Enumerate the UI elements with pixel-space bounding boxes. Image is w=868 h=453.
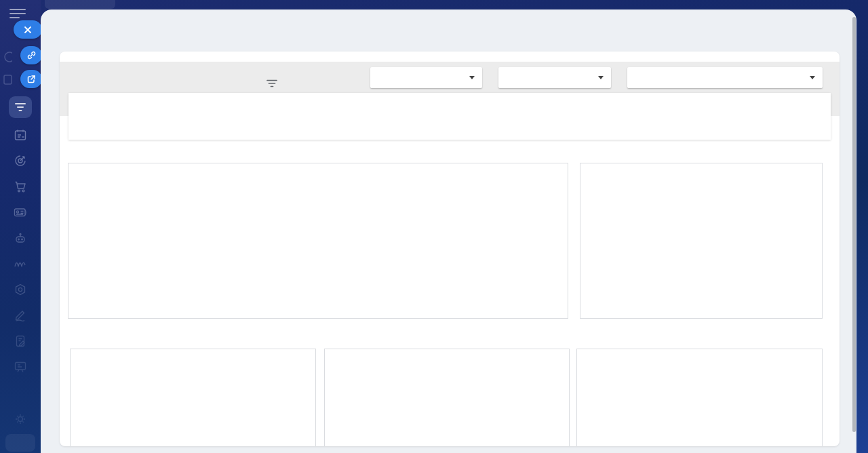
kpi-revenue xyxy=(704,93,831,140)
kpi-conversion-rate xyxy=(576,93,703,140)
kpi-in-progress xyxy=(195,93,322,140)
deal-report-card xyxy=(60,52,840,446)
kpi-scorecard-strip xyxy=(68,93,831,140)
kpi-deals xyxy=(68,93,195,140)
chevron-down-icon xyxy=(810,76,815,79)
close-icon[interactable] xyxy=(14,20,42,39)
sidebar xyxy=(0,0,41,453)
pipeline-filter-dropdown[interactable] xyxy=(498,67,611,88)
hidden-copy-icon xyxy=(1,73,12,90)
kpi-sales xyxy=(450,93,576,140)
sign-pen-icon[interactable] xyxy=(14,309,27,322)
date-range-dropdown[interactable] xyxy=(627,67,823,88)
revenue-by-source-hbar-chart[interactable] xyxy=(576,349,823,446)
responsible-filter-dropdown[interactable] xyxy=(370,67,482,88)
open-in-new-icon[interactable] xyxy=(20,70,42,88)
document-edit-icon[interactable] xyxy=(14,334,27,348)
vertical-scrollbar[interactable] xyxy=(852,17,856,432)
app-root: { "chrome": { "nuevo_label": "NUEVO", "p… xyxy=(0,0,868,453)
sidebar-footer-tile xyxy=(5,434,35,452)
chevron-down-icon xyxy=(469,76,475,79)
content-panel xyxy=(41,9,856,453)
copy-link-icon[interactable] xyxy=(20,46,42,64)
conversion-by-source-hbar-chart[interactable] xyxy=(324,349,570,446)
chevron-down-icon xyxy=(598,76,604,79)
filter-funnel-icon[interactable] xyxy=(266,79,278,91)
planner-icon[interactable] xyxy=(14,128,27,142)
deals-by-source-hbar-chart[interactable] xyxy=(70,349,316,446)
cart-icon[interactable] xyxy=(14,180,27,193)
signature-scribble-icon[interactable] xyxy=(14,257,27,271)
contact-card-icon[interactable] xyxy=(14,205,27,219)
crm-target-icon[interactable] xyxy=(14,154,27,168)
filter-active-icon[interactable] xyxy=(9,96,32,118)
ai-robot-icon[interactable] xyxy=(14,231,27,245)
hamburger-menu-icon[interactable] xyxy=(9,9,26,18)
automation-hexagon-icon[interactable] xyxy=(14,283,27,296)
deal-trends-line-chart[interactable] xyxy=(68,163,568,319)
kpi-balance xyxy=(323,93,450,140)
hidden-support-icon xyxy=(1,50,12,66)
deals-by-status-bar-chart[interactable] xyxy=(580,163,823,319)
settings-gear-icon[interactable] xyxy=(14,412,27,426)
whiteboard-icon[interactable] xyxy=(14,360,27,374)
background-button xyxy=(45,0,115,9)
